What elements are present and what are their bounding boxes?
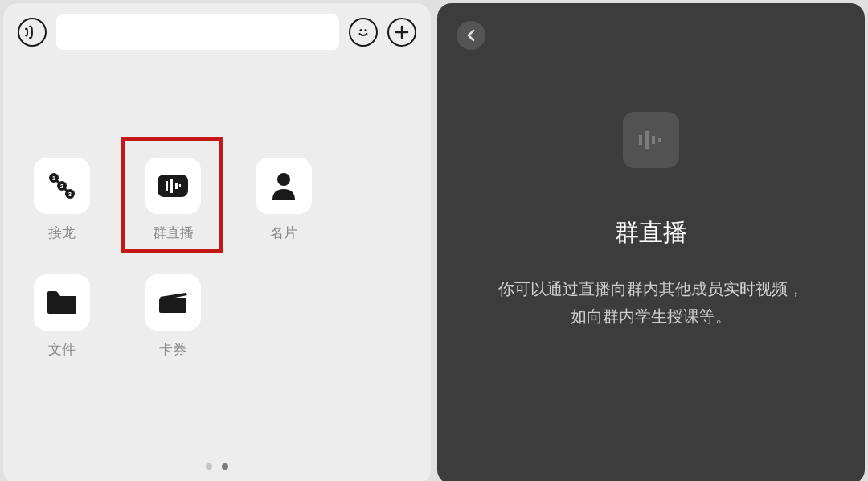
chat-extension-panel: 1 2 3 接龙 群直 <box>3 3 431 481</box>
grid-label-file: 文件 <box>48 340 76 359</box>
person-icon <box>271 171 297 200</box>
more-button[interactable] <box>387 18 416 47</box>
chain-icon: 1 2 3 <box>46 170 78 202</box>
page-dot-2[interactable] <box>222 463 228 470</box>
grid-item-chain[interactable]: 1 2 3 接龙 <box>26 158 98 242</box>
grid-label-chain: 接龙 <box>48 224 76 242</box>
svg-point-1 <box>364 29 366 31</box>
svg-text:3: 3 <box>68 191 72 197</box>
svg-rect-18 <box>639 135 642 145</box>
sound-waves-icon <box>24 24 40 40</box>
svg-rect-21 <box>658 138 661 142</box>
back-button[interactable] <box>457 21 485 50</box>
feature-icon-box <box>623 112 679 168</box>
coupon-icon-box <box>145 274 201 331</box>
chevron-left-icon <box>466 29 476 42</box>
page-dot-1[interactable] <box>206 463 212 470</box>
chat-input-bar <box>3 3 431 61</box>
folder-icon <box>46 290 78 315</box>
live-icon-box <box>145 158 201 214</box>
svg-rect-19 <box>645 131 649 149</box>
voice-input-button[interactable] <box>18 18 47 47</box>
file-icon-box <box>34 274 90 331</box>
svg-rect-13 <box>170 179 173 193</box>
svg-rect-14 <box>175 183 178 189</box>
svg-point-0 <box>359 29 362 31</box>
svg-rect-20 <box>652 136 655 144</box>
feature-desc-line1: 你可以通过直播向群内其他成员实时视频， <box>498 275 804 302</box>
svg-point-16 <box>277 173 290 186</box>
feature-content: 群直播 你可以通过直播向群内其他成员实时视频， 如向群内学生授课等。 <box>498 112 804 330</box>
soundwave-icon <box>636 128 666 152</box>
feature-desc-line2: 如向群内学生授课等。 <box>498 302 804 330</box>
grid-item-coupon[interactable]: 卡券 <box>137 274 209 359</box>
svg-text:1: 1 <box>52 175 55 181</box>
grid-label-contact: 名片 <box>270 224 297 242</box>
grid-label-coupon: 卡券 <box>159 340 186 359</box>
smile-icon <box>355 24 371 40</box>
feature-detail-panel: 群直播 你可以通过直播向群内其他成员实时视频， 如向群内学生授课等。 <box>437 3 865 481</box>
grid-item-contact[interactable]: 名片 <box>248 158 320 242</box>
feature-description: 你可以通过直播向群内其他成员实时视频， 如向群内学生授课等。 <box>498 275 804 330</box>
emoji-button[interactable] <box>349 18 378 47</box>
extension-grid: 1 2 3 接龙 群直 <box>3 61 431 481</box>
svg-rect-12 <box>166 181 168 191</box>
wallet-icon <box>157 290 189 314</box>
plus-icon <box>395 25 409 39</box>
grid-item-live[interactable]: 群直播 <box>137 158 209 242</box>
live-icon <box>156 173 190 199</box>
grid-item-file[interactable]: 文件 <box>26 274 98 359</box>
feature-title: 群直播 <box>615 216 687 249</box>
chain-icon-box: 1 2 3 <box>34 158 90 214</box>
svg-rect-15 <box>179 184 181 187</box>
message-input[interactable] <box>56 14 339 50</box>
page-indicator <box>206 463 228 470</box>
grid-label-live: 群直播 <box>153 224 194 242</box>
contact-icon-box <box>256 158 312 214</box>
svg-text:2: 2 <box>60 183 63 189</box>
svg-rect-17 <box>159 298 186 313</box>
